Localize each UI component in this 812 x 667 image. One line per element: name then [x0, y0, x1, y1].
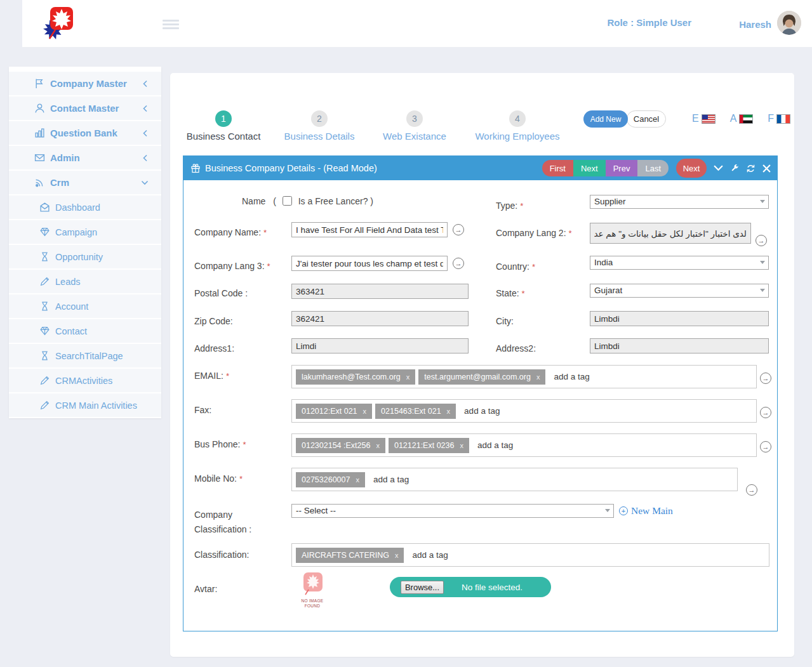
- prev-record-button[interactable]: Prev: [606, 160, 638, 176]
- go-arrow-icon[interactable]: →: [760, 441, 771, 452]
- mobile-no-tag-input[interactable]: 02753260007x add a tag: [291, 468, 738, 491]
- fax-tag-input[interactable]: 012012:Ext 021x 0215463:Ext 021x add a t…: [291, 399, 757, 423]
- sidebar-item-crm[interactable]: Crm: [9, 171, 161, 195]
- company-classification-select[interactable]: -- Select --: [291, 504, 614, 518]
- lang-french[interactable]: F: [768, 113, 790, 124]
- add-new-button[interactable]: Add New: [583, 110, 628, 128]
- lang-english[interactable]: E: [692, 113, 715, 124]
- remove-tag-icon[interactable]: x: [356, 476, 359, 484]
- zip-code-input[interactable]: [291, 311, 469, 326]
- collapse-chevron-icon[interactable]: [714, 165, 723, 171]
- lang-arabic-label: A: [730, 113, 737, 124]
- go-arrow-icon[interactable]: →: [755, 235, 767, 246]
- add-tag-placeholder[interactable]: add a tag: [477, 440, 513, 450]
- add-tag-placeholder[interactable]: add a tag: [412, 550, 448, 560]
- classification-tag: AIRCRAFTS CATERINGx: [296, 548, 404, 563]
- wizard-step-working-employees[interactable]: 4 Working Employees: [460, 110, 575, 142]
- sidebar-item-admin[interactable]: Admin: [9, 146, 161, 171]
- browse-button[interactable]: Browse...: [401, 581, 444, 594]
- sidebar-item-company-master[interactable]: Company Master: [9, 72, 161, 96]
- sidebar-item-label: Campaign: [55, 227, 97, 237]
- company-lang3-input[interactable]: [291, 256, 448, 271]
- first-record-button[interactable]: First: [542, 160, 573, 176]
- classification-label: Classification:: [194, 550, 249, 560]
- postal-code-input[interactable]: [291, 284, 469, 299]
- circle-plus-icon: +: [619, 506, 628, 515]
- type-value: Supplier: [594, 197, 626, 206]
- required-marker: *: [239, 474, 243, 484]
- required-marker: *: [522, 289, 525, 298]
- caret-down-icon: [760, 261, 765, 264]
- add-tag-placeholder[interactable]: add a tag: [554, 372, 589, 381]
- hamburger-menu-icon[interactable]: [163, 18, 179, 31]
- company-classification-label: Company Classification :: [194, 510, 251, 534]
- address1-input[interactable]: [291, 338, 469, 353]
- next-record-button[interactable]: Next: [573, 160, 606, 176]
- sidebar-item-opportunity[interactable]: Opportunity: [9, 245, 161, 270]
- sidebar-item-crmactivities[interactable]: CRMActivities: [9, 369, 161, 393]
- remove-tag-icon[interactable]: x: [376, 442, 380, 449]
- rss-icon: [34, 177, 45, 188]
- email-tag: lakumharesh@Test.com.orgx: [296, 369, 415, 385]
- state-select[interactable]: Gujarat: [590, 284, 769, 298]
- fax-tag: 0215463:Ext 021x: [375, 404, 456, 419]
- hourglass-icon: [39, 251, 50, 262]
- sidebar-item-label: Admin: [50, 152, 80, 163]
- sidebar-item-contact[interactable]: Contact: [9, 319, 161, 344]
- required-marker: *: [263, 228, 267, 237]
- lang-arabic[interactable]: A: [730, 113, 753, 124]
- sidebar-item-searchtitalpage[interactable]: SearchTitalPage: [9, 344, 161, 369]
- country-select[interactable]: India: [590, 256, 769, 270]
- type-select[interactable]: Supplier: [590, 195, 769, 209]
- go-arrow-icon[interactable]: →: [453, 258, 464, 269]
- username[interactable]: Haresh: [739, 19, 771, 30]
- us-flag-icon: [702, 115, 715, 123]
- go-arrow-icon[interactable]: →: [760, 373, 771, 384]
- remove-tag-icon[interactable]: x: [406, 373, 410, 381]
- required-marker: *: [226, 371, 229, 381]
- address2-input[interactable]: [590, 338, 769, 353]
- sidebar-item-campaign[interactable]: Campaign: [9, 220, 161, 245]
- last-record-button[interactable]: Last: [637, 160, 669, 176]
- remove-tag-icon[interactable]: x: [460, 442, 463, 449]
- go-arrow-icon[interactable]: →: [760, 407, 771, 418]
- refresh-icon[interactable]: [746, 164, 755, 173]
- caret-down-icon: [605, 509, 610, 512]
- cancel-button[interactable]: Cancel: [627, 110, 666, 128]
- user-avatar[interactable]: [777, 11, 801, 35]
- fax-label: Fax:: [194, 405, 211, 415]
- envelope-icon: [34, 152, 45, 163]
- sidebar-item-crm-main-activities[interactable]: CRM Main Activities: [9, 393, 161, 418]
- sidebar-item-label: Opportunity: [55, 252, 103, 262]
- new-main-link[interactable]: + New Main: [619, 505, 673, 517]
- hourglass-icon: [39, 350, 50, 361]
- remove-tag-icon[interactable]: x: [447, 407, 451, 415]
- email-tag-input[interactable]: lakumharesh@Test.com.orgx test.argument@…: [291, 365, 757, 388]
- sidebar-item-account[interactable]: Account: [9, 294, 161, 319]
- company-name-input[interactable]: [291, 222, 448, 237]
- wizard-step-web-existance[interactable]: 3 Web Existance: [357, 110, 472, 142]
- go-arrow-icon[interactable]: →: [453, 224, 464, 235]
- chevron-left-icon: [142, 80, 149, 88]
- add-tag-placeholder[interactable]: add a tag: [373, 475, 409, 484]
- city-input[interactable]: [590, 311, 769, 326]
- wrench-icon[interactable]: [730, 164, 739, 173]
- sidebar-item-question-bank[interactable]: Question Bank: [9, 121, 161, 146]
- remove-tag-icon[interactable]: x: [363, 407, 367, 415]
- remove-tag-icon[interactable]: x: [536, 373, 540, 381]
- add-tag-placeholder[interactable]: add a tag: [464, 406, 500, 416]
- caret-down-icon: [760, 200, 765, 203]
- sidebar-item-dashboard[interactable]: Dashboard: [9, 195, 161, 220]
- close-icon[interactable]: [762, 164, 771, 173]
- remove-tag-icon[interactable]: x: [395, 551, 399, 559]
- sidebar-item-contact-master[interactable]: Contact Master: [9, 96, 161, 121]
- sidebar-item-leads[interactable]: Leads: [9, 270, 161, 294]
- freelancer-checkbox[interactable]: [283, 196, 292, 206]
- pencil-icon: [39, 400, 50, 411]
- classification-tag-input[interactable]: AIRCRAFTS CATERINGx add a tag: [291, 543, 769, 567]
- required-marker: *: [520, 201, 523, 211]
- go-arrow-icon[interactable]: →: [746, 484, 757, 496]
- company-lang2-input[interactable]: [590, 223, 751, 244]
- next-step-button[interactable]: Next: [676, 159, 707, 178]
- bus-phone-tag-input[interactable]: 012302154 :Ext256x 012121:Ext 0236x add …: [291, 433, 757, 457]
